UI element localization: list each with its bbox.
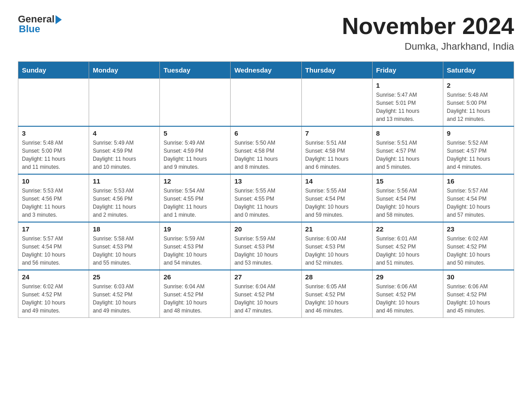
page-header: General Blue November 2024 Dumka, Jharkh…: [18, 13, 514, 52]
calendar-cell: 9Sunrise: 5:52 AM Sunset: 4:57 PM Daylig…: [443, 126, 514, 174]
calendar-cell: [160, 79, 231, 127]
day-info-text: Sunrise: 6:01 AM Sunset: 4:52 PM Dayligh…: [376, 235, 439, 267]
calendar-table: SundayMondayTuesdayWednesdayThursdayFrid…: [18, 61, 514, 318]
calendar-week-row: 24Sunrise: 6:02 AM Sunset: 4:52 PM Dayli…: [18, 270, 514, 318]
day-number: 6: [234, 129, 297, 137]
day-info-text: Sunrise: 5:51 AM Sunset: 4:58 PM Dayligh…: [305, 139, 369, 171]
calendar-cell: 16Sunrise: 5:57 AM Sunset: 4:54 PM Dayli…: [443, 174, 514, 222]
day-number: 14: [305, 177, 369, 185]
day-info-text: Sunrise: 5:54 AM Sunset: 4:55 PM Dayligh…: [163, 187, 227, 219]
day-number: 15: [376, 177, 439, 185]
day-number: 28: [305, 273, 369, 281]
day-info-text: Sunrise: 6:02 AM Sunset: 4:52 PM Dayligh…: [447, 235, 510, 267]
calendar-cell: [301, 79, 372, 127]
day-info-text: Sunrise: 5:55 AM Sunset: 4:54 PM Dayligh…: [305, 187, 369, 219]
day-info-text: Sunrise: 5:48 AM Sunset: 5:00 PM Dayligh…: [22, 139, 85, 171]
location-subtitle: Dumka, Jharkhand, India: [342, 41, 514, 52]
day-number: 23: [447, 225, 510, 233]
day-info-text: Sunrise: 5:55 AM Sunset: 4:55 PM Dayligh…: [234, 187, 297, 219]
day-number: 12: [163, 177, 227, 185]
day-number: 19: [163, 225, 227, 233]
calendar-cell: 15Sunrise: 5:56 AM Sunset: 4:54 PM Dayli…: [372, 174, 443, 222]
col-header-saturday: Saturday: [443, 62, 514, 79]
day-number: 17: [22, 225, 85, 233]
day-number: 5: [163, 129, 227, 137]
calendar-cell: 6Sunrise: 5:50 AM Sunset: 4:58 PM Daylig…: [231, 126, 301, 174]
calendar-cell: 30Sunrise: 6:06 AM Sunset: 4:52 PM Dayli…: [443, 270, 514, 318]
calendar-cell: 17Sunrise: 5:57 AM Sunset: 4:54 PM Dayli…: [18, 222, 89, 270]
day-info-text: Sunrise: 5:53 AM Sunset: 4:56 PM Dayligh…: [22, 187, 85, 219]
day-info-text: Sunrise: 6:06 AM Sunset: 4:52 PM Dayligh…: [447, 283, 510, 315]
calendar-cell: 10Sunrise: 5:53 AM Sunset: 4:56 PM Dayli…: [18, 174, 89, 222]
day-number: 16: [447, 177, 510, 185]
day-number: 8: [376, 129, 439, 137]
month-year-title: November 2024: [342, 13, 514, 39]
calendar-cell: 26Sunrise: 6:04 AM Sunset: 4:52 PM Dayli…: [160, 270, 231, 318]
day-number: 10: [22, 177, 85, 185]
day-info-text: Sunrise: 6:05 AM Sunset: 4:52 PM Dayligh…: [305, 283, 369, 315]
calendar-cell: 8Sunrise: 5:51 AM Sunset: 4:57 PM Daylig…: [372, 126, 443, 174]
calendar-cell: 4Sunrise: 5:49 AM Sunset: 4:59 PM Daylig…: [89, 126, 160, 174]
col-header-sunday: Sunday: [18, 62, 89, 79]
day-info-text: Sunrise: 5:47 AM Sunset: 5:01 PM Dayligh…: [376, 91, 439, 123]
calendar-cell: 23Sunrise: 6:02 AM Sunset: 4:52 PM Dayli…: [443, 222, 514, 270]
logo: General Blue: [18, 13, 62, 35]
col-header-tuesday: Tuesday: [160, 62, 231, 79]
day-info-text: Sunrise: 6:04 AM Sunset: 4:52 PM Dayligh…: [234, 283, 297, 315]
calendar-week-row: 3Sunrise: 5:48 AM Sunset: 5:00 PM Daylig…: [18, 126, 514, 174]
day-number: 7: [305, 129, 369, 137]
day-info-text: Sunrise: 5:50 AM Sunset: 4:58 PM Dayligh…: [234, 139, 297, 171]
day-number: 13: [234, 177, 297, 185]
day-info-text: Sunrise: 6:06 AM Sunset: 4:52 PM Dayligh…: [376, 283, 439, 315]
calendar-cell: 18Sunrise: 5:58 AM Sunset: 4:53 PM Dayli…: [89, 222, 160, 270]
calendar-cell: 1Sunrise: 5:47 AM Sunset: 5:01 PM Daylig…: [372, 79, 443, 127]
calendar-cell: 25Sunrise: 6:03 AM Sunset: 4:52 PM Dayli…: [89, 270, 160, 318]
day-info-text: Sunrise: 5:53 AM Sunset: 4:56 PM Dayligh…: [93, 187, 156, 219]
calendar-cell: 28Sunrise: 6:05 AM Sunset: 4:52 PM Dayli…: [301, 270, 372, 318]
day-info-text: Sunrise: 5:58 AM Sunset: 4:53 PM Dayligh…: [93, 235, 156, 267]
calendar-week-row: 10Sunrise: 5:53 AM Sunset: 4:56 PM Dayli…: [18, 174, 514, 222]
calendar-cell: 19Sunrise: 5:59 AM Sunset: 4:53 PM Dayli…: [160, 222, 231, 270]
day-number: 3: [22, 129, 85, 137]
day-number: 4: [93, 129, 156, 137]
calendar-cell: [18, 79, 89, 127]
col-header-thursday: Thursday: [301, 62, 372, 79]
day-number: 22: [376, 225, 439, 233]
calendar-cell: 27Sunrise: 6:04 AM Sunset: 4:52 PM Dayli…: [231, 270, 301, 318]
col-header-monday: Monday: [89, 62, 160, 79]
day-info-text: Sunrise: 6:00 AM Sunset: 4:53 PM Dayligh…: [305, 235, 369, 267]
day-number: 9: [447, 129, 510, 137]
calendar-week-row: 1Sunrise: 5:47 AM Sunset: 5:01 PM Daylig…: [18, 79, 514, 127]
calendar-header-row: SundayMondayTuesdayWednesdayThursdayFrid…: [18, 62, 514, 79]
day-info-text: Sunrise: 5:52 AM Sunset: 4:57 PM Dayligh…: [447, 139, 510, 171]
calendar-cell: 21Sunrise: 6:00 AM Sunset: 4:53 PM Dayli…: [301, 222, 372, 270]
day-info-text: Sunrise: 5:48 AM Sunset: 5:00 PM Dayligh…: [447, 91, 510, 123]
day-number: 26: [163, 273, 227, 281]
calendar-cell: 13Sunrise: 5:55 AM Sunset: 4:55 PM Dayli…: [231, 174, 301, 222]
day-number: 1: [376, 81, 439, 89]
calendar-cell: 24Sunrise: 6:02 AM Sunset: 4:52 PM Dayli…: [18, 270, 89, 318]
calendar-cell: 11Sunrise: 5:53 AM Sunset: 4:56 PM Dayli…: [89, 174, 160, 222]
day-info-text: Sunrise: 6:02 AM Sunset: 4:52 PM Dayligh…: [22, 283, 85, 315]
calendar-cell: [231, 79, 301, 127]
day-info-text: Sunrise: 5:56 AM Sunset: 4:54 PM Dayligh…: [376, 187, 439, 219]
calendar-cell: 20Sunrise: 5:59 AM Sunset: 4:53 PM Dayli…: [231, 222, 301, 270]
calendar-cell: 14Sunrise: 5:55 AM Sunset: 4:54 PM Dayli…: [301, 174, 372, 222]
day-info-text: Sunrise: 5:51 AM Sunset: 4:57 PM Dayligh…: [376, 139, 439, 171]
col-header-friday: Friday: [372, 62, 443, 79]
day-number: 18: [93, 225, 156, 233]
day-number: 21: [305, 225, 369, 233]
col-header-wednesday: Wednesday: [231, 62, 301, 79]
logo-blue-text: Blue: [19, 23, 40, 35]
calendar-cell: 2Sunrise: 5:48 AM Sunset: 5:00 PM Daylig…: [443, 79, 514, 127]
calendar-cell: 29Sunrise: 6:06 AM Sunset: 4:52 PM Dayli…: [372, 270, 443, 318]
day-info-text: Sunrise: 6:03 AM Sunset: 4:52 PM Dayligh…: [93, 283, 156, 315]
day-info-text: Sunrise: 5:57 AM Sunset: 4:54 PM Dayligh…: [447, 187, 510, 219]
day-number: 30: [447, 273, 510, 281]
day-info-text: Sunrise: 6:04 AM Sunset: 4:52 PM Dayligh…: [163, 283, 227, 315]
day-info-text: Sunrise: 5:57 AM Sunset: 4:54 PM Dayligh…: [22, 235, 85, 267]
logo-arrow-icon: [56, 15, 62, 24]
calendar-cell: [89, 79, 160, 127]
day-number: 2: [447, 81, 510, 89]
day-info-text: Sunrise: 5:49 AM Sunset: 4:59 PM Dayligh…: [93, 139, 156, 171]
